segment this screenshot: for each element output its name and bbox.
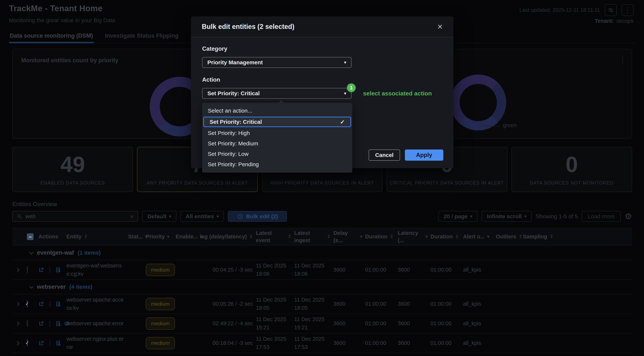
external-link-icon[interactable] (38, 267, 44, 273)
filter-icon: ▾ (487, 233, 490, 240)
kebab-icon[interactable]: ⋮ (47, 319, 53, 328)
entity-name[interactable]: webserver:nginx:plus:error (66, 335, 128, 351)
tenant-line: Tenant:secops (595, 18, 634, 24)
tab-dsm[interactable]: Data source monitoring (DSM) (9, 31, 94, 43)
row-expander[interactable] (12, 342, 26, 345)
search-box[interactable]: × (12, 211, 138, 222)
kebab-icon[interactable]: ⋮ (47, 300, 53, 308)
legend-leader-line (479, 126, 500, 126)
column-sampling[interactable]: Sampling⇕ (523, 233, 551, 240)
bulk-edit-button[interactable]: Bulk edit (2) (228, 211, 287, 222)
entity-name[interactable]: webserver:apache:access:kv (66, 296, 128, 312)
priority-badge: medium (146, 264, 175, 276)
column-priority[interactable]: Priority▾ (146, 233, 176, 240)
clear-search-icon[interactable]: × (130, 213, 134, 220)
panel-title: Monitored entities count by priority (21, 57, 118, 64)
row-checkbox[interactable] (27, 320, 28, 327)
option-set-priority-pending[interactable]: Set Priority: Pending✓ (202, 159, 352, 170)
row-checkbox[interactable] (27, 340, 28, 346)
chevron-down-icon (29, 250, 34, 255)
column-lag[interactable]: lag (delay/latency)⇕ (200, 233, 256, 240)
search-input[interactable] (26, 213, 127, 219)
entity-name[interactable]: eventgen-waf:websense:cg:kv (66, 262, 128, 278)
sort-icon: ⇕ (550, 233, 554, 240)
column-latency[interactable]: Latency (...▾ (398, 229, 430, 244)
row-checkbox-cell (26, 300, 38, 308)
column-outliers[interactable]: Outliers⇕ (496, 233, 523, 240)
column-duration[interactable]: Duration⇕ (365, 233, 398, 240)
table-row: ⋮ eventgen-waf:websense:cg:kv medium 00:… (12, 260, 632, 280)
filter-icon: ▾ (360, 233, 362, 240)
close-icon[interactable]: × (437, 22, 442, 31)
bulk-edit-label: Bulk edit (2) (246, 213, 278, 219)
doc-search-icon[interactable] (56, 301, 61, 307)
external-link-icon[interactable] (38, 301, 44, 307)
column-label: Enable... (176, 233, 198, 240)
row-expander[interactable] (12, 322, 26, 325)
card-enabled-data-sources[interactable]: 49 ENABLED DATA SOURCES (12, 147, 133, 192)
table-row: ⋮ medium (12, 353, 632, 356)
search-icon (17, 214, 22, 219)
lag-value: 00:04:25 / -3 sec (200, 266, 256, 274)
gear-icon[interactable]: ⚙ (625, 212, 632, 220)
option-set-priority-high[interactable]: Set Priority: High✓ (202, 128, 352, 138)
duration-value: 01:00:00 (365, 320, 398, 328)
kebab-icon[interactable]: ⋮ (47, 266, 53, 274)
chevron-right-icon (15, 268, 20, 272)
row-expander[interactable] (12, 268, 26, 271)
priority-cell: medium (146, 264, 176, 276)
group-header-eventgen-waf[interactable]: eventgen-waf (1 items) (12, 246, 632, 260)
column-status[interactable]: Stat...▾ (128, 233, 146, 240)
action-value: Set Priority: Critical (208, 90, 260, 97)
column-latest-ingest[interactable]: Latest ingest⇕ (294, 229, 334, 244)
more-menu-button[interactable]: ⋮ (622, 4, 634, 16)
column-alert[interactable]: Alert o...▾ (463, 233, 496, 240)
action-select[interactable]: Set Priority: Critical ▾ (202, 88, 352, 99)
apply-button[interactable]: Apply (405, 150, 443, 161)
topbar-right: Last updated: 2025-12-11 18:11:11 ⋮ (520, 4, 634, 16)
external-link-icon[interactable] (38, 321, 44, 326)
column-label: Entity (66, 233, 82, 240)
header-checkbox-cell (26, 233, 38, 240)
category-select[interactable]: Priority Management ▾ (202, 57, 352, 68)
doc-search-icon[interactable] (56, 267, 61, 273)
column-label: Stat... (128, 233, 143, 240)
column-delay[interactable]: Delay (s...▾ (334, 229, 365, 244)
tab-status-flipping[interactable]: Investigate Status Flipping (104, 31, 179, 43)
card-label: DATA SOURCES NOT MONITORED (530, 180, 614, 186)
kebab-icon[interactable]: ⋮ (47, 339, 53, 347)
option-set-priority-low[interactable]: Set Priority: Low✓ (202, 149, 352, 159)
column-entity[interactable]: Entity⇕ (66, 233, 128, 240)
page-size-dropdown[interactable]: 20 / page▾ (438, 211, 478, 222)
latest-event-value: 11 Dec 2025 17:53 (256, 335, 294, 351)
column-duration-2[interactable]: Duration⇕ (430, 233, 463, 240)
doc-search-icon[interactable] (56, 340, 61, 346)
doc-search-icon[interactable] (56, 321, 61, 326)
entity-name[interactable]: webserver:apache:error (66, 320, 128, 328)
filter-icon: ▾ (167, 233, 170, 240)
external-link-icon[interactable] (38, 340, 44, 346)
option-set-priority-critical[interactable]: Set Priority: Critical✓ (203, 117, 351, 127)
column-enabled[interactable]: Enable...▾ (176, 233, 200, 240)
row-expander[interactable] (12, 303, 26, 306)
scroll-mode-dropdown[interactable]: Infinite scroll▾ (482, 211, 532, 222)
filters-button[interactable] (605, 4, 617, 16)
lag-value: 00:05:26 / -2 sec (200, 300, 256, 308)
row-checkbox[interactable] (27, 301, 28, 307)
row-actions: ⋮ (38, 266, 66, 274)
tab-label: Data source monitoring (DSM) (10, 32, 93, 39)
scope-dropdown[interactable]: All entities▾ (180, 211, 224, 222)
option-select-an-action[interactable]: Select an action...✓ (202, 106, 352, 116)
card-not-monitored[interactable]: 0 DATA SOURCES NOT MONITORED (512, 147, 632, 192)
panel-kebab-icon[interactable]: ⋮ (619, 56, 626, 64)
sliders-icon (608, 7, 614, 13)
column-latest-event[interactable]: Latest event⇕ (256, 229, 294, 244)
group-header-webserver[interactable]: webserver (4 items) (12, 280, 632, 294)
delay-value: 3600 (334, 266, 365, 274)
view-dropdown[interactable]: Default▾ (142, 211, 176, 222)
cancel-button[interactable]: Cancel (369, 150, 400, 161)
load-more-button[interactable]: Load more (582, 211, 620, 222)
option-set-priority-medium[interactable]: Set Priority: Medium✓ (202, 138, 352, 149)
select-all-checkbox[interactable] (27, 233, 34, 240)
row-checkbox[interactable] (27, 266, 28, 273)
